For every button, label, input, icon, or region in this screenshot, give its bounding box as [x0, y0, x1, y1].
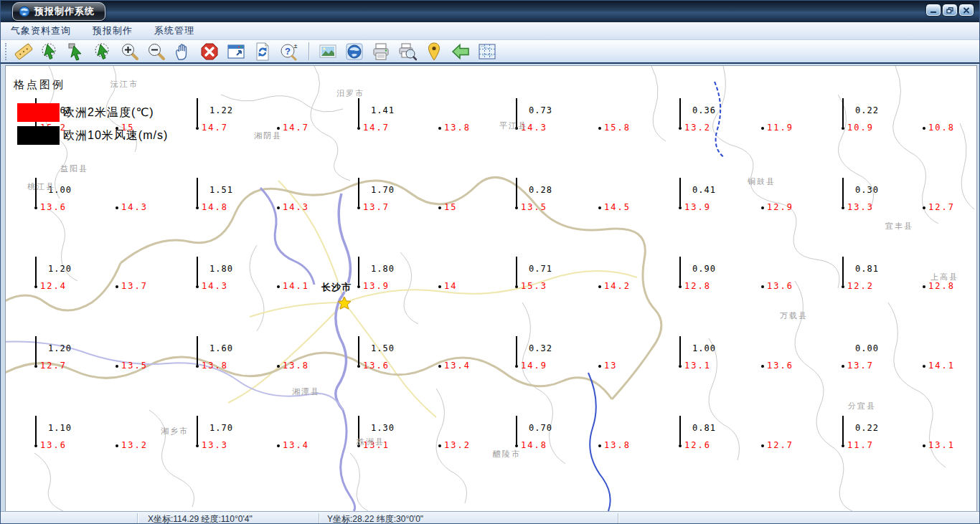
- close-button[interactable]: [959, 4, 974, 16]
- menu-forecast-production[interactable]: 预报制作: [93, 24, 133, 37]
- stop-icon: [200, 42, 220, 61]
- menu-system-management[interactable]: 系统管理: [154, 24, 194, 37]
- toolbar: ?±: [1, 40, 979, 64]
- select-element-button[interactable]: [66, 41, 89, 62]
- city-label: 长沙市: [321, 281, 352, 294]
- county-label: 铜鼓县: [748, 176, 776, 187]
- zoom-in-icon: [121, 42, 141, 61]
- pointer-dotted-icon: [41, 42, 61, 61]
- pointer-box-icon: [67, 42, 88, 61]
- image-icon: [319, 42, 339, 61]
- select-circle-button[interactable]: [93, 41, 116, 62]
- title-bar: 预报制作系统: [1, 1, 979, 22]
- window-controls: [926, 4, 974, 16]
- grid-icon: [478, 42, 498, 61]
- identify-button[interactable]: ?±: [278, 41, 301, 62]
- status-separator: [618, 513, 619, 523]
- status-x-coordinate: X坐标:114.29 经度:110°0'4": [148, 513, 253, 524]
- zoom-out-icon: [147, 42, 167, 61]
- svg-text:±: ±: [294, 42, 298, 49]
- locate-button[interactable]: [423, 41, 446, 62]
- status-bar: X坐标:114.29 经度:110°0'4" Y坐标:28.22 纬度:30°0…: [1, 511, 979, 524]
- zoom-out-button[interactable]: [146, 41, 169, 62]
- county-label: 湘乡市: [161, 426, 189, 437]
- restore-button[interactable]: [943, 4, 957, 16]
- app-window: 预报制作系统 气象资料查询 预报制作 系统管理 ?±: [0, 0, 980, 524]
- pointer-dotted-icon: [94, 42, 114, 61]
- county-label: 桃江县: [27, 181, 55, 192]
- window-title: 预报制作系统: [34, 5, 95, 18]
- toolbar-grip[interactable]: [5, 43, 9, 60]
- grid-map-button[interactable]: [476, 41, 499, 62]
- status-separator: [137, 513, 138, 523]
- menu-bar: 气象资料查询 预报制作 系统管理: [1, 22, 979, 40]
- zoom-in-button[interactable]: [119, 41, 142, 62]
- globe-app-icon: [19, 6, 30, 17]
- county-label: 汨罗市: [336, 88, 364, 99]
- help-icon: ?±: [280, 42, 300, 61]
- measure-button[interactable]: [13, 41, 36, 62]
- map-area[interactable]: 15.21.611514.71.2214.714.71.4113.814.30.…: [5, 65, 977, 512]
- printer-icon: [372, 42, 392, 61]
- arrow-left-icon: [451, 42, 471, 61]
- ruler-icon: [14, 42, 34, 61]
- county-label: 宜丰县: [885, 221, 913, 232]
- hand-icon: [174, 42, 194, 61]
- minimize-button[interactable]: [926, 4, 941, 16]
- county-label: 分宜县: [848, 401, 876, 411]
- export-image-button[interactable]: [317, 41, 340, 62]
- svg-text:?: ?: [285, 46, 291, 57]
- app-tab: 预报制作系统: [12, 2, 105, 21]
- status-separator: [319, 513, 320, 523]
- county-label: 平江县: [499, 120, 527, 131]
- print-preview-button[interactable]: [397, 41, 420, 62]
- county-label: 株洲县: [357, 437, 385, 447]
- pin-icon: [425, 42, 445, 61]
- print-preview-icon: [398, 42, 418, 61]
- pan-button[interactable]: [172, 41, 195, 62]
- county-label: 上高县: [930, 272, 958, 282]
- back-button[interactable]: [450, 41, 473, 62]
- county-label: 湘潭县: [292, 386, 320, 397]
- refresh-icon: [253, 42, 273, 61]
- cancel-button[interactable]: [199, 41, 222, 62]
- select-feature-button[interactable]: [39, 41, 62, 62]
- county-label: 醴陵市: [493, 449, 521, 459]
- county-label: 湘阴县: [254, 130, 282, 141]
- globe-icon: [345, 42, 365, 61]
- refresh-button[interactable]: [252, 41, 275, 62]
- map-labels-layer: 沅江市汨罗市湘阴县平江县益阳县桃江县铜鼓县宜丰县上高县长沙市万载县分宜县湘潭县湘…: [6, 66, 976, 511]
- county-label: 益阳县: [60, 163, 88, 174]
- county-label: 万载县: [780, 310, 808, 321]
- status-y-coordinate: Y坐标:28.22 纬度:30°0'0": [327, 513, 423, 524]
- menu-weather-data-query[interactable]: 气象资料查询: [11, 24, 71, 37]
- print-button[interactable]: [370, 41, 393, 62]
- toolbar-separator: [308, 42, 310, 60]
- full-extent-button[interactable]: [225, 41, 248, 62]
- county-label: 沅江市: [110, 79, 138, 90]
- window-icon: [227, 42, 247, 61]
- globe-button[interactable]: [344, 41, 367, 62]
